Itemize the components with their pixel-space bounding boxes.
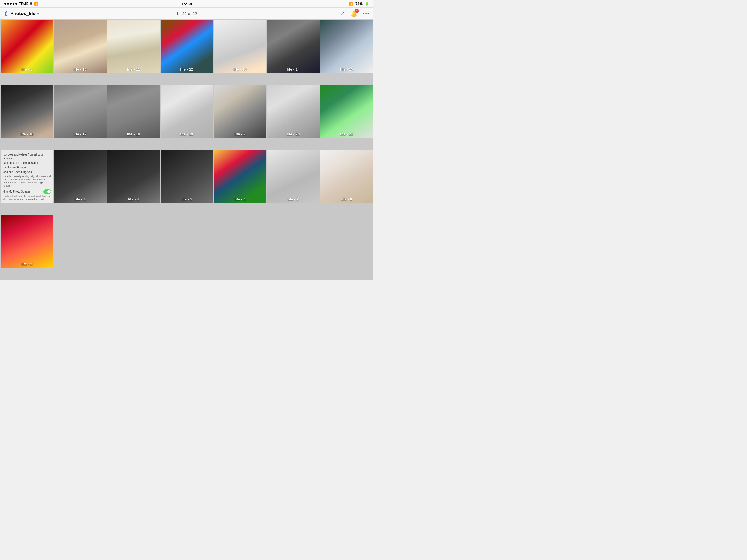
photo-label-21: life - 21 xyxy=(320,132,373,136)
photo-cell-7[interactable]: life - 7 xyxy=(267,150,319,203)
photo-cell-15[interactable]: life - 15 xyxy=(320,20,373,73)
photo-cell-6[interactable]: life - 6 xyxy=(213,150,266,203)
checkmark-button[interactable]: ✓ xyxy=(340,10,345,17)
photo-cell-12[interactable]: life - 12 xyxy=(160,20,213,73)
photo-label-15: life - 15 xyxy=(320,67,373,71)
photo-cell-16[interactable]: life - 16 xyxy=(1,85,53,138)
signal-dots xyxy=(4,3,17,5)
photo-cell-9[interactable]: life - 9 xyxy=(1,215,53,268)
photo-label-17: life - 17 xyxy=(54,132,107,136)
carrier-label: TRUE-H xyxy=(19,2,32,6)
photo-label-10: life - 10 xyxy=(54,67,107,71)
settings-updated: Last updated 10 minutes ago xyxy=(3,161,51,164)
status-left: TRUE-H 📶 xyxy=(4,2,38,6)
battery-icon: 🔋 xyxy=(365,2,369,6)
title-chevron-icon: ▾ xyxy=(37,11,39,16)
nav-title-area: Photos_life ▾ xyxy=(10,11,39,17)
photo-label-16: life - 16 xyxy=(1,132,53,136)
photo-label-1: life - 1 xyxy=(1,67,53,71)
signal-dot-3 xyxy=(10,3,12,5)
photo-cell-2[interactable]: life - 2 xyxy=(213,85,266,138)
album-title: Photos_life xyxy=(10,11,35,17)
photo-count: 1 - 22 of 22 xyxy=(176,11,197,16)
photo-label-18: life - 18 xyxy=(107,132,160,136)
notifications-button[interactable]: 🔔 5 xyxy=(351,10,357,17)
photo-label-12: life - 12 xyxy=(160,67,213,71)
photo-label-19: life - 19 xyxy=(160,132,213,136)
photo-label-5: life - 5 xyxy=(160,197,213,201)
photo-stream-toggle[interactable]: id to My Photo Stream xyxy=(3,189,51,194)
settings-option2: load and Keep Originals xyxy=(3,170,51,174)
status-right: 📶 73% 🔋 xyxy=(349,2,369,6)
photo-label-7: life - 7 xyxy=(267,197,319,201)
settings-toggle-desc: tically upload new photos and send them … xyxy=(3,195,51,201)
photo-cell-5[interactable]: life - 5 xyxy=(160,150,213,203)
photo-grid: life - 1life - 10life - 11life - 12life … xyxy=(0,20,374,280)
settings-option1: ize iPhone Storage xyxy=(3,166,51,169)
photo-cell-21[interactable]: life - 21 xyxy=(320,85,373,138)
nav-actions: ✓ 🔔 5 ••• xyxy=(340,10,370,17)
checkmark-icon: ✓ xyxy=(340,11,345,17)
photo-label-14: life - 14 xyxy=(267,67,319,71)
photo-label-11: life - 11 xyxy=(107,67,160,71)
more-icon: ••• xyxy=(363,11,370,16)
settings-desc: None is currently storing original photo… xyxy=(3,175,51,188)
photo-label-2: life - 2 xyxy=(213,132,266,136)
signal-dot-4 xyxy=(12,3,15,5)
photo-cell-14[interactable]: life - 14 xyxy=(267,20,319,73)
back-button[interactable]: ❮ xyxy=(4,11,8,17)
photo-cell-4[interactable]: life - 4 xyxy=(107,150,160,203)
photo-label-3: life - 3 xyxy=(54,197,107,201)
photo-label-13: life - 13 xyxy=(213,67,266,71)
settings-overlay: ...photos and videos from all your devic… xyxy=(1,150,53,203)
photo-label-4: life - 4 xyxy=(107,197,160,201)
photo-cell-17[interactable]: life - 17 xyxy=(54,85,107,138)
toggle-switch[interactable] xyxy=(44,189,51,194)
photo-cell-18[interactable]: life - 18 xyxy=(107,85,160,138)
photo-cell-8[interactable]: life - 8 xyxy=(320,150,373,203)
photo-label-6: life - 6 xyxy=(213,197,266,201)
signal-dot-2 xyxy=(7,3,9,5)
photo-cell-11[interactable]: life - 11 xyxy=(107,20,160,73)
photo-cell-19[interactable]: life - 19 xyxy=(160,85,213,138)
status-bar: TRUE-H 📶 15:50 📶 73% 🔋 xyxy=(0,0,374,8)
back-chevron-icon: ❮ xyxy=(4,11,8,17)
photo-cell-20[interactable]: life - 20 xyxy=(267,85,319,138)
photo-cell-10[interactable]: life - 10 xyxy=(54,20,107,73)
notification-badge: 5 xyxy=(355,9,359,13)
wifi-icon: 📶 xyxy=(34,2,38,6)
status-time: 15:50 xyxy=(182,2,192,6)
photo-label-8: life - 8 xyxy=(320,197,373,201)
battery-level: 73% xyxy=(356,2,363,6)
photo-label-9: life - 9 xyxy=(1,262,53,266)
nav-bar: ❮ Photos_life ▾ 1 - 22 of 22 ✓ 🔔 5 ••• xyxy=(0,8,374,20)
photo-cell-22[interactable]: ...photos and videos from all your devic… xyxy=(1,150,53,203)
photo-label-20: life - 20 xyxy=(267,132,319,136)
more-button[interactable]: ••• xyxy=(363,11,370,17)
bluetooth-icon: 📶 xyxy=(349,2,353,6)
settings-line1: ...photos and videos from all your devic… xyxy=(3,153,51,160)
photo-cell-1[interactable]: life - 1 xyxy=(1,20,53,73)
photo-cell-3[interactable]: life - 3 xyxy=(54,150,107,203)
photo-cell-13[interactable]: life - 13 xyxy=(213,20,266,73)
signal-dot-5 xyxy=(15,3,17,5)
toggle-label: id to My Photo Stream xyxy=(3,190,30,193)
signal-dot-1 xyxy=(4,3,6,5)
